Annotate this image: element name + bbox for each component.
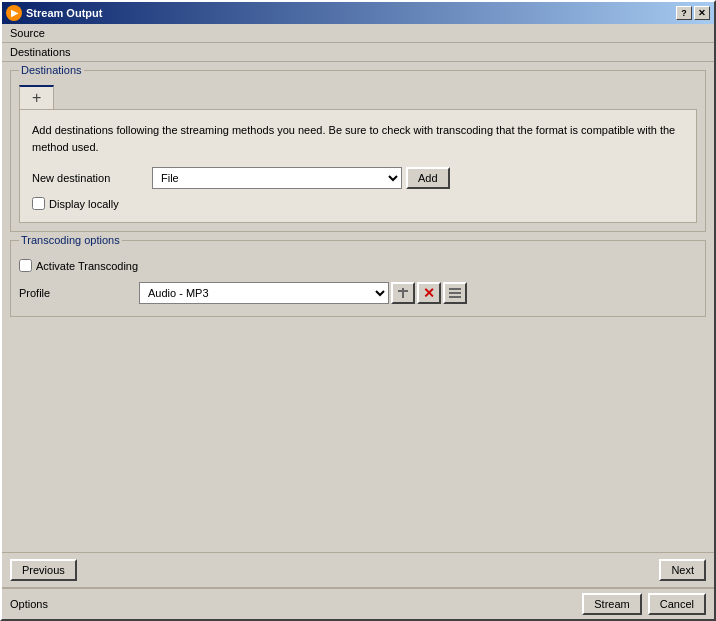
transcoding-content: Activate Transcoding Profile Audio - MP3…	[19, 255, 697, 308]
svg-rect-2	[449, 296, 461, 298]
close-button[interactable]: ✕	[694, 6, 710, 20]
profile-row: Profile Audio - MP3 Video - H.264 + MP3 …	[19, 282, 697, 304]
title-bar: ▶ Stream Output ? ✕	[2, 2, 714, 24]
stream-output-window: ▶ Stream Output ? ✕ Source Destinations …	[0, 0, 716, 621]
activate-transcoding-checkbox[interactable]	[19, 259, 32, 272]
transcoding-group: Transcoding options Activate Transcoding…	[10, 240, 706, 317]
display-locally-label: Display locally	[49, 198, 119, 210]
window-title: Stream Output	[26, 7, 102, 19]
cancel-button[interactable]: Cancel	[648, 593, 706, 615]
profile-label: Profile	[19, 287, 139, 299]
destinations-group: Destinations + Add destinations followin…	[10, 70, 706, 232]
destinations-group-title: Destinations	[19, 64, 84, 76]
info-text: Add destinations following the streaming…	[32, 122, 684, 155]
delete-profile-button[interactable]: ✕	[417, 282, 441, 304]
save-profile-button[interactable]	[443, 282, 467, 304]
source-breadcrumb: Source	[2, 24, 714, 42]
title-bar-buttons: ? ✕	[676, 6, 710, 20]
transcoding-group-title: Transcoding options	[19, 234, 122, 246]
tab-plus-icon: +	[32, 90, 41, 106]
destination-dropdown-wrapper: File HTTP MMS RTP RTSP UDP IceCast Add	[152, 167, 450, 189]
navigation-bar: Previous Next	[2, 552, 714, 587]
title-bar-left: ▶ Stream Output	[6, 5, 102, 21]
destinations-breadcrumb: Destinations	[2, 43, 714, 61]
destination-select[interactable]: File HTTP MMS RTP RTSP UDP IceCast	[152, 167, 402, 189]
activate-transcoding-label: Activate Transcoding	[36, 260, 138, 272]
previous-button[interactable]: Previous	[10, 559, 77, 581]
tab-content: Add destinations following the streaming…	[19, 109, 697, 223]
svg-rect-1	[449, 292, 461, 294]
help-button[interactable]: ?	[676, 6, 692, 20]
options-label: Options	[10, 598, 48, 610]
profile-select[interactable]: Audio - MP3 Video - H.264 + MP3 (MP4) Vi…	[139, 282, 389, 304]
content-area: Destinations + Add destinations followin…	[2, 62, 714, 552]
new-destination-label: New destination	[32, 172, 152, 184]
add-tab[interactable]: +	[19, 85, 54, 109]
vlc-icon: ▶	[6, 5, 22, 21]
new-destination-row: New destination File HTTP MMS RTP RTSP U…	[32, 167, 684, 189]
profile-controls: Audio - MP3 Video - H.264 + MP3 (MP4) Vi…	[139, 282, 467, 304]
activate-row: Activate Transcoding	[19, 259, 697, 272]
stream-button[interactable]: Stream	[582, 593, 641, 615]
svg-rect-0	[449, 288, 461, 290]
tab-bar: +	[19, 85, 697, 109]
display-locally-checkbox[interactable]	[32, 197, 45, 210]
source-label: Source	[10, 27, 45, 39]
edit-profile-button[interactable]	[391, 282, 415, 304]
next-button[interactable]: Next	[659, 559, 706, 581]
destinations-nav-label: Destinations	[10, 46, 71, 58]
add-button[interactable]: Add	[406, 167, 450, 189]
display-locally-row: Display locally	[32, 197, 684, 210]
options-bar: Options Stream Cancel	[2, 588, 714, 619]
